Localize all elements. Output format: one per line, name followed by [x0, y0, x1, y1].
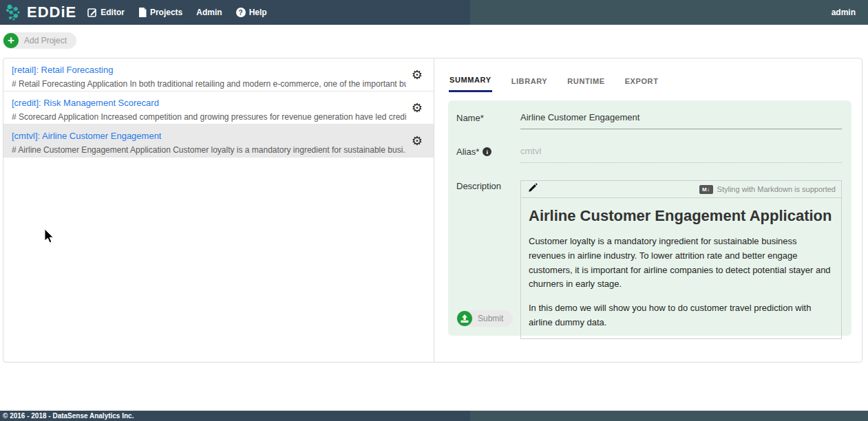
summary-form: Name* Airline Customer Engagement Alias*… — [448, 100, 851, 336]
description-paragraph: In this demo we will show you how to do … — [529, 301, 834, 330]
project-row-cmtvl[interactable]: [cmtvl]: Airline Customer Engagement # A… — [3, 125, 434, 158]
project-detail: SUMMARY LIBRARY RUNTIME EXPORT Name* Air… — [435, 58, 862, 362]
project-row-retail[interactable]: [retail]: Retail Forecasting # Retail Fo… — [3, 58, 434, 91]
user-menu[interactable]: admin — [832, 0, 856, 25]
tab-export[interactable]: EXPORT — [624, 76, 659, 92]
pencil-icon[interactable] — [528, 183, 538, 195]
gear-icon[interactable]: ⚙ — [412, 69, 423, 81]
submit-label: Submit — [478, 314, 503, 323]
description-paragraph: Customer loyalty is a mandatory ingredie… — [529, 235, 834, 292]
help-icon: ? — [236, 8, 246, 17]
brand[interactable]: EDDiE — [4, 3, 76, 21]
project-row-credit[interactable]: [credit]: Risk Management Scorecard # Sc… — [3, 91, 434, 125]
file-icon — [138, 8, 147, 17]
markdown-hint: M↓ Styling with Markdown is supported — [699, 185, 836, 194]
info-icon[interactable]: i — [483, 147, 491, 156]
markdown-editor: M↓ Styling with Markdown is supported Ai… — [520, 180, 842, 339]
add-project-label: Add Project — [24, 36, 67, 45]
project-description: # Airline Customer Engagement Applicatio… — [12, 145, 406, 155]
name-input[interactable]: Airline Customer Engagement — [520, 112, 842, 129]
project-description: # Scorecard Application Increased compet… — [12, 112, 406, 122]
name-label: Name* — [456, 112, 520, 129]
footer: © 2016 - 2018 - DataSense Analytics Inc. — [0, 411, 868, 421]
nav-item-label: Help — [249, 8, 267, 17]
description-row: Description M↓ Styling with Markdown is … — [456, 180, 842, 339]
gear-icon[interactable]: ⚙ — [412, 102, 423, 114]
nav-item-projects[interactable]: Projects — [138, 8, 182, 17]
add-project-button[interactable]: + Add Project — [3, 32, 76, 49]
markdown-hint-text: Styling with Markdown is supported — [717, 185, 836, 193]
project-title-link[interactable]: [credit]: Risk Management Scorecard — [12, 98, 406, 108]
main-card: [retail]: Retail Forecasting # Retail Fo… — [3, 58, 862, 363]
markdown-preview[interactable]: Airline Customer Engagement Application … — [521, 198, 841, 338]
gear-icon[interactable]: ⚙ — [412, 135, 423, 147]
eddie-logo-icon — [4, 3, 22, 21]
upload-icon — [457, 311, 472, 326]
alias-row: Alias* i cmtvl — [456, 146, 842, 163]
navbar-menu: Editor Projects Admin ? Help — [87, 8, 266, 17]
nav-item-label: Admin — [196, 8, 222, 17]
tab-runtime[interactable]: RUNTIME — [567, 76, 605, 92]
nav-item-label: Editor — [100, 8, 125, 17]
project-list: [retail]: Retail Forecasting # Retail Fo… — [3, 58, 434, 362]
copyright-text: © 2016 - 2018 - DataSense Analytics Inc. — [3, 412, 134, 420]
nav-item-help[interactable]: ? Help — [236, 8, 267, 17]
plus-icon: + — [3, 33, 19, 48]
nav-item-editor[interactable]: Editor — [87, 8, 125, 17]
nav-item-label: Projects — [150, 8, 182, 17]
top-navbar: EDDiE Editor Projects Admin — [0, 0, 868, 25]
project-description: # Retail Forecasting Application In both… — [12, 79, 406, 89]
alias-input: cmtvl — [520, 146, 842, 163]
description-heading: Airline Customer Engagement Application — [529, 207, 834, 225]
project-title-link[interactable]: [retail]: Retail Forecasting — [12, 65, 406, 75]
markdown-icon: M↓ — [699, 185, 713, 194]
brand-name: EDDiE — [27, 3, 76, 21]
submit-button[interactable]: Submit — [456, 310, 513, 327]
markdown-toolbar: M↓ Styling with Markdown is supported — [521, 181, 841, 198]
edit-icon — [87, 8, 97, 17]
project-title-link[interactable]: [cmtvl]: Airline Customer Engagement — [12, 131, 406, 141]
tab-library[interactable]: LIBRARY — [511, 76, 549, 92]
nav-item-admin[interactable]: Admin — [196, 8, 222, 17]
name-row: Name* Airline Customer Engagement — [456, 112, 842, 129]
detail-tabs: SUMMARY LIBRARY RUNTIME EXPORT — [449, 76, 862, 92]
tab-summary[interactable]: SUMMARY — [449, 76, 492, 92]
alias-label: Alias* i — [456, 146, 520, 163]
